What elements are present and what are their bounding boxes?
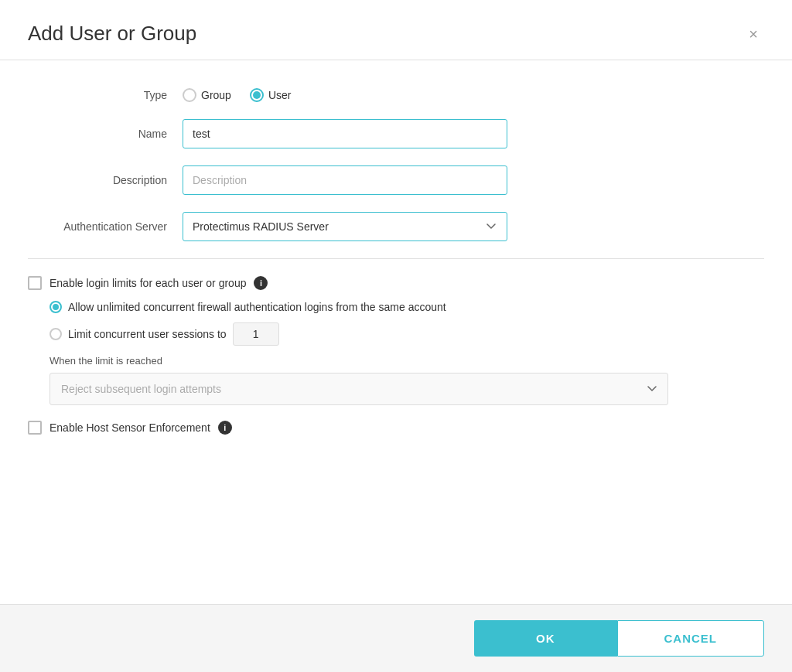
session-limit-input[interactable]	[233, 322, 279, 346]
auth-server-label: Authentication Server	[28, 220, 183, 233]
type-group-option[interactable]: Group	[183, 88, 231, 102]
type-group-radio-circle	[183, 88, 196, 102]
login-limits-info-icon[interactable]: i	[254, 276, 268, 290]
name-label: Name	[28, 128, 183, 140]
type-user-option[interactable]: User	[250, 88, 292, 102]
type-row: Type Group User	[28, 88, 764, 102]
name-input[interactable]	[183, 119, 507, 148]
type-user-radio-circle	[250, 88, 264, 102]
dialog-footer: OK CANCEL	[0, 604, 792, 672]
when-limit-label: When the limit is reached	[28, 355, 764, 367]
host-sensor-label: Enable Host Sensor Enforcement	[50, 421, 210, 434]
name-field-wrapper	[183, 119, 507, 148]
dialog-header: Add User or Group ×	[0, 0, 792, 60]
add-user-or-group-dialog: Add User or Group × Type Group User Name	[0, 0, 792, 672]
limit-action-wrapper: Reject subsequent login attempts	[28, 373, 764, 405]
unlimited-logins-radio[interactable]	[50, 301, 62, 313]
limit-sessions-label: Limit concurrent user sessions to	[68, 328, 227, 340]
close-button[interactable]: ×	[742, 23, 764, 45]
dialog-body: Type Group User Name Description	[0, 60, 792, 604]
auth-server-row: Authentication Server Protectimus RADIUS…	[28, 212, 764, 241]
login-limits-row: Enable login limits for each user or gro…	[28, 276, 764, 290]
description-input[interactable]	[183, 165, 507, 195]
description-field-wrapper	[183, 165, 507, 195]
host-sensor-checkbox[interactable]	[28, 421, 42, 435]
type-radio-group: Group User	[183, 88, 507, 102]
host-sensor-info-icon[interactable]: i	[218, 421, 232, 435]
unlimited-logins-row: Allow unlimited concurrent firewall auth…	[50, 301, 764, 313]
limit-sessions-row: Limit concurrent user sessions to	[50, 322, 764, 346]
description-label: Description	[28, 174, 183, 186]
dialog-title: Add User or Group	[28, 22, 196, 46]
limit-sessions-radio[interactable]	[50, 328, 62, 340]
login-limits-label: Enable login limits for each user or gro…	[50, 277, 246, 289]
description-row: Description	[28, 165, 764, 195]
name-row: Name	[28, 119, 764, 148]
limit-action-select[interactable]: Reject subsequent login attempts	[50, 373, 668, 405]
auth-server-field-wrapper: Protectimus RADIUS Server	[183, 212, 507, 241]
section-divider	[28, 258, 764, 259]
login-limits-sub-options: Allow unlimited concurrent firewall auth…	[28, 301, 764, 346]
type-user-label: User	[268, 89, 292, 101]
auth-server-select[interactable]: Protectimus RADIUS Server	[183, 212, 507, 241]
type-group-label: Group	[201, 89, 231, 101]
login-limits-checkbox[interactable]	[28, 276, 42, 290]
host-sensor-row: Enable Host Sensor Enforcement i	[28, 421, 764, 435]
unlimited-logins-label: Allow unlimited concurrent firewall auth…	[68, 301, 446, 313]
ok-button[interactable]: OK	[474, 620, 617, 657]
cancel-button[interactable]: CANCEL	[617, 620, 765, 657]
type-label: Type	[28, 89, 183, 101]
